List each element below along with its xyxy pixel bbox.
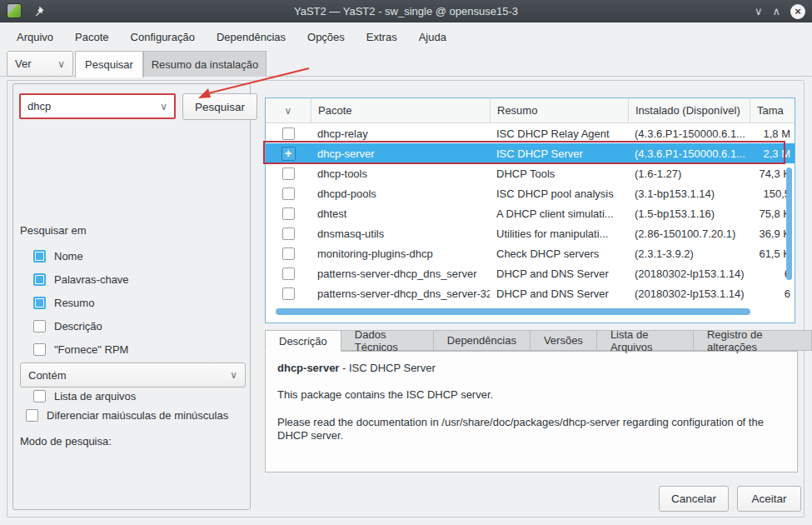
tab-resumo-instalacao[interactable]: Resumo da instalação: [143, 51, 267, 77]
titlebar: YaST2 — YaST2 - sw_single @ opensuse15-3…: [0, 0, 812, 22]
table-row[interactable]: dnsmasq-utils Utilities for manipulati..…: [266, 223, 795, 243]
search-mode-value: Contém: [28, 369, 67, 382]
menu-item-opcoes[interactable]: Opções: [307, 31, 345, 43]
tab-dependencias[interactable]: Dependências: [434, 330, 531, 351]
table-row[interactable]: dhtest A DHCP client simulati... (1.5-bp…: [266, 203, 795, 223]
package-checkbox[interactable]: [282, 168, 295, 180]
minimize-icon[interactable]: ∨: [755, 6, 763, 17]
table-row[interactable]: dhcp-relay ISC DHCP Relay Agent (4.3.6.P…: [266, 123, 795, 143]
table-row[interactable]: dhcpd-pools ISC DHCP pool analysis (3.1-…: [266, 183, 795, 203]
menu-item-configuracao[interactable]: Configuração: [131, 31, 195, 43]
search-mode-label: Modo de pesquisa:: [20, 435, 112, 448]
table-row[interactable]: patterns-server-dhcp_dns_server DHCP and…: [266, 263, 795, 283]
table-row-selected[interactable]: + dhcp-server ISC DHCP Server (4.3.6.P1-…: [266, 143, 795, 163]
package-title: dhcp-server - ISC DHCP Server: [277, 362, 785, 375]
search-panel: dhcp ∨ Pesquisar Pesquisar em Nome Palav…: [12, 83, 251, 510]
tab-lista-arquivos[interactable]: Lista de Arquivos: [597, 330, 694, 351]
checkbox-case-sensitive[interactable]: Diferenciar maiúsculas de minúsculas: [26, 409, 228, 422]
package-table: ∨ Pacote Resumo Instalado (Disponível) T…: [265, 98, 795, 323]
search-in-label: Pesquisar em: [20, 224, 86, 237]
menubar: Arquivo Pacote Configuração Dependências…: [0, 22, 812, 51]
window-title: YaST2 — YaST2 - sw_single @ opensuse15-3: [0, 5, 812, 18]
package-name: dhcp-server: [277, 362, 339, 374]
search-input-value: dhcp: [27, 100, 51, 112]
header-sort-icon[interactable]: ∨: [285, 105, 292, 117]
package-checkbox[interactable]: [282, 188, 295, 200]
menu-item-pacote[interactable]: Pacote: [75, 31, 108, 43]
horizontal-scrollbar[interactable]: [276, 308, 750, 315]
close-icon[interactable]: ×: [790, 4, 805, 19]
accept-button[interactable]: Aceitar: [737, 486, 801, 512]
checkbox-icon[interactable]: [33, 250, 46, 262]
description-paragraph: Please read the documentation in /usr/sh…: [277, 416, 785, 443]
table-row[interactable]: monitoring-plugins-dhcp Check DHCP serve…: [266, 243, 795, 263]
menu-item-extras[interactable]: Extras: [366, 31, 397, 43]
view-dropdown[interactable]: Ver ∨: [7, 51, 73, 77]
table-row[interactable]: dhcp-tools DHCP Tools (1.6-1.27) 74,3 K: [266, 163, 795, 183]
search-mode-dropdown[interactable]: Contém ∨: [20, 362, 246, 388]
menu-item-arquivo[interactable]: Arquivo: [17, 31, 53, 43]
checkbox-lista-arquivos[interactable]: Lista de arquivos: [33, 384, 136, 408]
cancel-button[interactable]: Cancelar: [659, 486, 729, 512]
view-dropdown-label: Ver: [15, 58, 32, 70]
tab-pesquisar[interactable]: Pesquisar: [75, 51, 143, 78]
column-instalado[interactable]: Instalado (Disponível): [628, 98, 750, 122]
column-resumo[interactable]: Resumo: [490, 98, 628, 122]
menu-item-ajuda[interactable]: Ajuda: [419, 31, 446, 43]
checkbox-icon[interactable]: [33, 343, 46, 356]
checkbox-icon[interactable]: [33, 390, 46, 402]
install-status-icon[interactable]: +: [281, 147, 296, 161]
table-header[interactable]: ∨ Pacote Resumo Instalado (Disponível) T…: [266, 98, 795, 123]
chevron-down-icon: ∨: [230, 369, 237, 381]
checkbox-icon[interactable]: [26, 409, 38, 422]
checkbox-icon[interactable]: [33, 297, 46, 309]
package-checkbox[interactable]: [282, 128, 295, 140]
checkbox-fornece-rpm[interactable]: "Fornece" RPM: [33, 338, 136, 361]
package-checkbox[interactable]: [282, 288, 295, 300]
chevron-down-icon: ∨: [160, 101, 167, 112]
checkbox-nome[interactable]: Nome: [33, 244, 136, 268]
column-pacote[interactable]: Pacote: [311, 98, 490, 122]
search-button[interactable]: Pesquisar: [182, 93, 257, 120]
package-checkbox[interactable]: [282, 228, 295, 240]
checkbox-resumo[interactable]: Resumo: [33, 291, 136, 314]
tab-versoes[interactable]: Versões: [531, 330, 597, 351]
table-row[interactable]: patterns-server-dhcp_dns_server-32... DH…: [266, 283, 795, 303]
tab-descricao[interactable]: Descrição: [265, 330, 341, 352]
detail-tabbar: Descrição Dados Técnicos Dependências Ve…: [265, 330, 812, 351]
search-input[interactable]: dhcp ∨: [19, 93, 176, 119]
yast2-window: YaST2 — YaST2 - sw_single @ opensuse15-3…: [0, 0, 812, 525]
description-panel: dhcp-server - ISC DHCP Server This packa…: [265, 351, 798, 472]
maximize-icon[interactable]: ∧: [772, 6, 780, 17]
column-tamanho[interactable]: Tama: [750, 98, 795, 122]
checkbox-icon[interactable]: [33, 320, 46, 332]
package-checkbox[interactable]: [282, 208, 295, 220]
vertical-scrollbar[interactable]: [786, 168, 792, 280]
tab-registro-alteracoes[interactable]: Registro de alterações: [694, 330, 812, 351]
tab-dados-tecnicos[interactable]: Dados Técnicos: [341, 330, 434, 351]
chevron-down-icon: ∨: [57, 58, 65, 70]
menu-item-dependencias[interactable]: Dependências: [217, 31, 286, 43]
package-checkbox[interactable]: [282, 248, 295, 260]
checkbox-icon[interactable]: [33, 273, 46, 286]
description-paragraph: This package contains the ISC DHCP serve…: [277, 388, 785, 402]
checkbox-palavras-chave[interactable]: Palavras-chave: [33, 268, 136, 291]
checkbox-descricao[interactable]: Descrição: [33, 314, 136, 338]
package-checkbox[interactable]: [282, 268, 295, 280]
footer-buttons: Cancelar Aceitar: [659, 486, 801, 512]
